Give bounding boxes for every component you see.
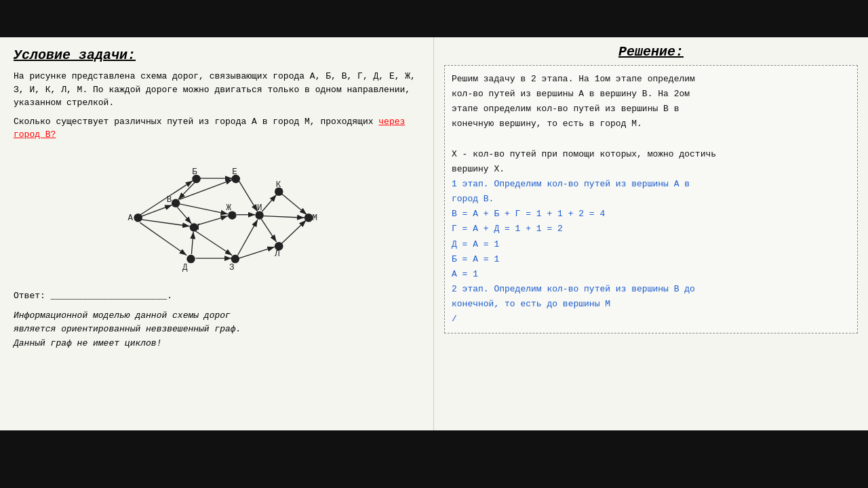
problem-title: Условие задачи: xyxy=(14,47,420,63)
main-container: Условие задачи: На рисунке представлена … xyxy=(0,0,868,488)
stage1-line1: 1 этап. Определим кол-во путей из вершин… xyxy=(452,178,850,191)
info-line1: Информационной моделью данной схемы доро… xyxy=(14,309,420,323)
stage2-line2: конечной, то есть до вершины М xyxy=(452,298,850,311)
svg-text:Б: Б xyxy=(192,167,197,176)
answer-line: Ответ: ______________________. xyxy=(14,291,420,301)
calc1: В = А + Б + Г = 1 + 1 + 2 = 4 xyxy=(452,207,850,221)
problem-text: На рисунке представлена схема дорог, свя… xyxy=(14,70,420,110)
svg-line-16 xyxy=(237,219,258,255)
svg-line-22 xyxy=(281,220,306,243)
highlight-text: через город В? xyxy=(14,117,405,140)
info-text: Информационной моделью данной схемы доро… xyxy=(14,309,420,351)
svg-line-3 xyxy=(140,222,186,255)
black-bar-bottom xyxy=(0,430,868,488)
content-area: Условие задачи: На рисунке представлена … xyxy=(0,37,868,430)
svg-line-14 xyxy=(239,180,258,211)
info-line2: является ориентированный невзвешенный гр… xyxy=(14,323,420,337)
graph-container: А В Г Б Е Д xyxy=(102,148,332,284)
svg-text:К: К xyxy=(275,180,281,189)
x-desc-line1: Х - кол-во путей при помощи которых, мож… xyxy=(452,148,850,161)
svg-line-7 xyxy=(176,207,191,224)
svg-text:Ж: Ж xyxy=(226,203,231,213)
svg-point-45 xyxy=(304,213,313,222)
svg-point-35 xyxy=(231,254,239,263)
black-bar-top xyxy=(0,0,868,37)
intro-line3: этапе определим кол-во путей из вершины … xyxy=(452,102,850,116)
info-line3: Данный граф не имеет циклов! xyxy=(14,337,420,351)
right-panel: Решение: Решим задачу в 2 этапа. На 1ом … xyxy=(434,37,868,430)
calc2: Г = А + Д = 1 + 1 = 2 xyxy=(452,222,850,236)
intro-line4: конечную вершину, то есть в город М. xyxy=(452,117,850,131)
question-text: Сколько существует различных путей из го… xyxy=(14,115,420,142)
svg-text:Д: Д xyxy=(182,263,188,272)
svg-point-25 xyxy=(171,199,180,207)
svg-line-19 xyxy=(263,216,304,218)
intro-line2: кол-во путей из вершины А в вершину В. Н… xyxy=(452,87,850,101)
stage1-line2: город В. xyxy=(452,192,850,206)
solution-title: Решение: xyxy=(444,44,858,60)
svg-text:М: М xyxy=(312,213,317,222)
svg-text:Г: Г xyxy=(197,223,202,232)
svg-line-10 xyxy=(197,216,228,224)
calc3: Д = А = 1 xyxy=(452,238,850,251)
left-panel: Условие задачи: На рисунке представлена … xyxy=(0,37,434,430)
svg-text:И: И xyxy=(257,203,262,213)
svg-text:В: В xyxy=(166,195,172,204)
solution-box: Решим задачу в 2 этапа. На 1ом этапе опр… xyxy=(444,65,858,333)
svg-text:З: З xyxy=(229,263,234,272)
svg-line-20 xyxy=(261,219,276,242)
empty-line xyxy=(452,133,850,146)
svg-line-8 xyxy=(178,203,227,214)
intro-line1: Решим задачу в 2 этапа. На 1ом этапе опр… xyxy=(452,73,850,86)
svg-line-18 xyxy=(262,195,276,211)
svg-text:А: А xyxy=(127,213,133,222)
svg-point-23 xyxy=(134,213,142,222)
calc4: Б = А = 1 xyxy=(452,253,850,266)
cursor-line: / xyxy=(452,312,850,326)
svg-line-17 xyxy=(239,247,275,258)
graph-svg: А В Г Б Е Д xyxy=(102,148,332,284)
stage2-line1: 2 этап. Определим кол-во путей из вершин… xyxy=(452,283,850,296)
svg-point-33 xyxy=(186,254,195,263)
svg-line-12 xyxy=(191,231,193,253)
svg-text:Е: Е xyxy=(232,167,237,176)
svg-line-21 xyxy=(281,193,307,214)
svg-line-11 xyxy=(194,230,231,256)
svg-line-2 xyxy=(141,219,190,226)
calc5: А = 1 xyxy=(452,268,850,281)
svg-text:Л: Л xyxy=(274,249,280,258)
x-desc-line2: вершину Х. xyxy=(452,163,850,176)
